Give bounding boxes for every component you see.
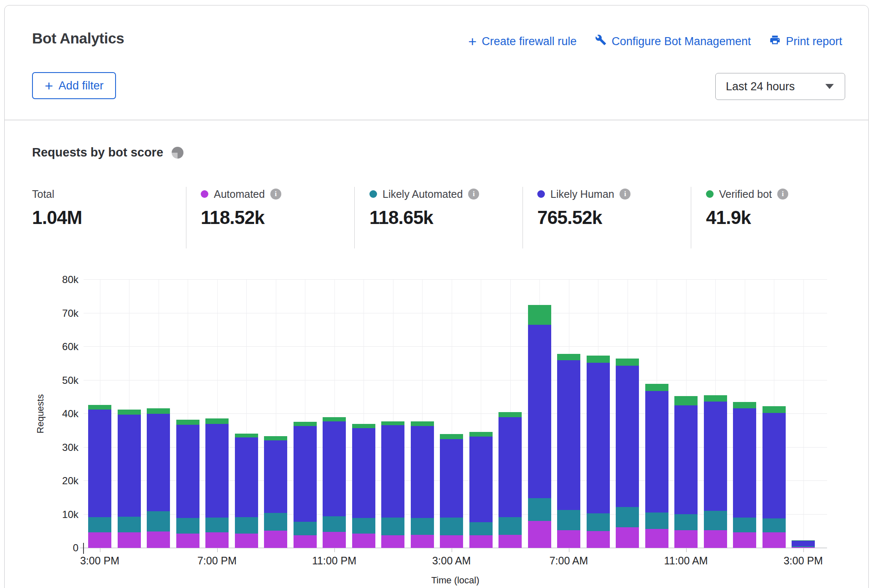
bar-segment-likely-human[interactable] [205, 424, 229, 518]
add-filter-button[interactable]: + Add filter [32, 72, 116, 99]
chart-bar[interactable] [381, 421, 404, 548]
chart-bar[interactable] [763, 406, 786, 548]
bar-segment-likely-automated[interactable] [88, 517, 111, 532]
bar-segment-verified-bot[interactable] [792, 540, 815, 541]
bar-segment-likely-automated[interactable] [498, 517, 522, 535]
bar-segment-likely-automated[interactable] [792, 546, 815, 547]
bar-segment-automated[interactable] [528, 521, 551, 548]
bar-segment-likely-human[interactable] [733, 408, 756, 517]
bar-segment-verified-bot[interactable] [469, 432, 493, 437]
bar-segment-verified-bot[interactable] [352, 424, 375, 428]
time-range-select[interactable]: Last 24 hours [715, 73, 845, 100]
info-icon[interactable]: i [468, 189, 479, 200]
bar-segment-verified-bot[interactable] [528, 305, 551, 325]
bar-segment-verified-bot[interactable] [645, 384, 668, 391]
chart-bar[interactable] [118, 410, 141, 548]
bar-segment-likely-automated[interactable] [264, 513, 287, 531]
bar-segment-likely-human[interactable] [528, 325, 551, 498]
chart-bar[interactable] [323, 417, 346, 548]
bar-segment-likely-automated[interactable] [205, 518, 229, 533]
bar-segment-automated[interactable] [792, 547, 815, 548]
bar-segment-likely-human[interactable] [88, 410, 111, 517]
bar-segment-likely-human[interactable] [411, 426, 434, 518]
bar-segment-likely-automated[interactable] [733, 518, 756, 532]
bar-segment-likely-automated[interactable] [763, 518, 786, 532]
chart-bar[interactable] [147, 408, 170, 548]
chart-bar[interactable] [235, 434, 258, 548]
bar-segment-verified-bot[interactable] [616, 359, 639, 366]
chart-bar[interactable] [294, 422, 317, 548]
bar-segment-verified-bot[interactable] [440, 434, 463, 439]
bar-segment-verified-bot[interactable] [205, 418, 229, 424]
info-icon[interactable]: i [620, 189, 630, 200]
chart-bar[interactable] [440, 434, 463, 548]
bar-segment-verified-bot[interactable] [498, 412, 522, 417]
chart-bar[interactable] [205, 418, 229, 548]
bar-segment-automated[interactable] [411, 535, 434, 548]
bar-segment-likely-automated[interactable] [469, 522, 493, 535]
bar-segment-likely-human[interactable] [323, 421, 346, 516]
bar-segment-likely-human[interactable] [147, 414, 170, 511]
bar-segment-likely-automated[interactable] [323, 516, 346, 532]
chart-bar[interactable] [645, 384, 668, 548]
bar-segment-verified-bot[interactable] [381, 421, 404, 426]
bar-segment-likely-human[interactable] [674, 405, 698, 514]
bar-segment-automated[interactable] [587, 531, 610, 548]
bar-segment-automated[interactable] [205, 532, 229, 548]
chart-bar[interactable] [498, 412, 522, 548]
bar-segment-likely-human[interactable] [587, 363, 610, 513]
bar-segment-likely-automated[interactable] [674, 514, 698, 530]
bar-segment-likely-human[interactable] [704, 402, 727, 511]
bar-segment-likely-human[interactable] [616, 366, 639, 507]
bar-segment-likely-human[interactable] [763, 413, 786, 518]
bar-segment-likely-automated[interactable] [147, 511, 170, 531]
bar-segment-likely-automated[interactable] [645, 512, 668, 529]
print-report-link[interactable]: Print report [769, 34, 842, 49]
bar-segment-likely-automated[interactable] [411, 518, 434, 535]
bar-segment-verified-bot[interactable] [264, 436, 287, 440]
bar-segment-automated[interactable] [440, 535, 463, 548]
chart-bar[interactable] [88, 405, 111, 548]
chart-bar[interactable] [674, 396, 698, 548]
bar-segment-automated[interactable] [294, 535, 317, 548]
bar-segment-likely-automated[interactable] [176, 518, 199, 534]
bar-segment-likely-human[interactable] [352, 428, 375, 518]
bar-segment-verified-bot[interactable] [323, 417, 346, 421]
bar-segment-likely-automated[interactable] [381, 518, 404, 535]
bar-segment-automated[interactable] [674, 530, 698, 548]
bar-segment-automated[interactable] [323, 532, 346, 548]
bar-segment-verified-bot[interactable] [411, 421, 434, 426]
bar-segment-automated[interactable] [557, 530, 580, 548]
bar-segment-verified-bot[interactable] [118, 410, 141, 415]
chart-bar[interactable] [411, 421, 434, 548]
chart-bar[interactable] [792, 540, 815, 548]
bar-segment-automated[interactable] [176, 534, 199, 548]
bar-segment-likely-human[interactable] [176, 425, 199, 518]
bar-segment-likely-human[interactable] [645, 391, 668, 512]
bar-segment-likely-automated[interactable] [235, 517, 258, 534]
bar-segment-automated[interactable] [616, 527, 639, 548]
bar-segment-likely-automated[interactable] [352, 518, 375, 534]
chart-bar[interactable] [704, 395, 727, 548]
bar-segment-likely-automated[interactable] [528, 498, 551, 521]
bar-segment-automated[interactable] [763, 532, 786, 548]
bar-segment-likely-automated[interactable] [616, 507, 639, 527]
bar-segment-likely-human[interactable] [118, 415, 141, 517]
bar-segment-verified-bot[interactable] [557, 354, 580, 360]
chart-bar[interactable] [469, 432, 493, 548]
info-icon[interactable]: i [270, 189, 281, 200]
bar-segment-verified-bot[interactable] [763, 406, 786, 413]
configure-bot-management-link[interactable]: Configure Bot Management [595, 34, 751, 49]
bar-segment-automated[interactable] [352, 534, 375, 548]
bar-segment-likely-human[interactable] [264, 440, 287, 513]
bar-segment-likely-human[interactable] [557, 360, 580, 510]
bar-segment-automated[interactable] [498, 535, 522, 548]
bar-segment-likely-human[interactable] [498, 417, 522, 517]
bar-segment-automated[interactable] [733, 532, 756, 548]
bar-segment-likely-automated[interactable] [294, 522, 317, 535]
bar-segment-likely-automated[interactable] [557, 510, 580, 530]
bar-segment-automated[interactable] [235, 534, 258, 548]
bar-segment-automated[interactable] [118, 532, 141, 548]
bar-segment-likely-human[interactable] [294, 426, 317, 522]
chart-bar[interactable] [352, 424, 375, 548]
